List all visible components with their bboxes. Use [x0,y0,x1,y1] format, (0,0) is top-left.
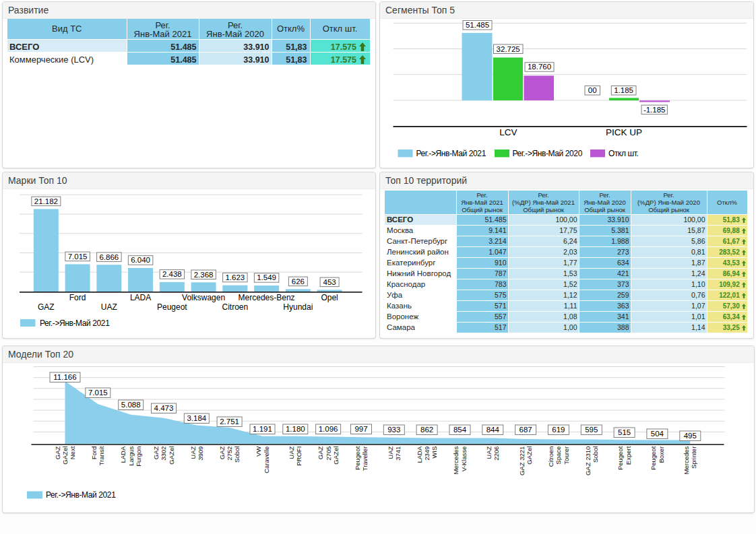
svg-text:Mercedes: Mercedes [683,446,690,474]
svg-text:18.760: 18.760 [528,63,551,71]
svg-text:UAZ: UAZ [101,302,117,312]
svg-text:PICK UP: PICK UP [606,127,642,137]
svg-text:GAZ: GAZ [38,302,55,312]
svg-text:Opel: Opel [321,293,338,302]
svg-text:WIS: WIS [431,446,438,459]
svg-text:Ford: Ford [90,446,98,460]
svg-text:Tourer: Tourer [563,446,570,465]
svg-text:GAZ: GAZ [218,446,226,460]
svg-text:Volkswagen: Volkswagen [182,293,225,302]
svg-text:Caravelle: Caravelle [263,446,270,473]
svg-text:Traveller: Traveller [361,446,369,471]
svg-text:LCV: LCV [499,127,517,137]
svg-text:504: 504 [651,430,664,438]
svg-text:GAZel: GAZel [526,446,533,465]
svg-text:32.725: 32.725 [497,45,520,53]
svg-text:GAZel: GAZel [168,446,175,465]
svg-text:3909: 3909 [197,446,204,461]
svg-text:UAZ: UAZ [189,446,197,459]
svg-text:626: 626 [292,277,305,286]
svg-text:Mercedes-Benz: Mercedes-Benz [239,293,295,302]
svg-text:1.180: 1.180 [286,425,305,433]
svg-text:Largus: Largus [127,446,135,465]
svg-text:Рег.->Янв-Май 2021: Рег.->Янв-Май 2021 [416,149,486,158]
svg-text:595: 595 [585,426,598,434]
svg-text:2206: 2206 [493,446,500,461]
svg-text:2705: 2705 [325,446,332,461]
svg-text:2.438: 2.438 [162,270,182,278]
svg-text:6.866: 6.866 [99,253,119,261]
svg-text:2752: 2752 [226,446,233,461]
svg-text:UAZ: UAZ [288,446,295,459]
svg-text:4.473: 4.473 [154,404,174,412]
svg-text:2.751: 2.751 [220,418,239,426]
svg-text:GAZ: GAZ [152,446,160,460]
svg-text:11.166: 11.166 [53,373,76,381]
svg-text:00: 00 [588,86,597,94]
svg-text:6.040: 6.040 [131,256,150,264]
svg-text:GAZel: GAZel [332,446,340,465]
svg-text:51.485: 51.485 [466,21,489,29]
svg-text:Mercedes: Mercedes [452,446,460,474]
svg-text:3741: 3741 [394,446,402,461]
svg-text:619: 619 [552,426,565,434]
svg-text:Ford: Ford [69,293,86,302]
svg-text:Citroen: Citroen [547,446,555,467]
svg-text:495: 495 [684,432,697,440]
svg-text:933: 933 [387,426,400,434]
svg-text:LADA: LADA [130,293,151,302]
svg-text:Hyundai: Hyundai [283,302,313,312]
svg-text:Sprinter: Sprinter [690,446,697,469]
svg-text:844: 844 [486,426,500,434]
svg-text:V-Klasse: V-Klasse [460,446,468,472]
svg-text:21.182: 21.182 [34,197,58,205]
svg-text:VW: VW [255,446,262,457]
svg-text:Откл шт.: Откл шт. [608,149,639,158]
svg-text:997: 997 [354,425,367,433]
svg-text:Citroen: Citroen [222,302,249,312]
svg-text:1.549: 1.549 [257,273,276,281]
svg-text:2349: 2349 [423,446,431,461]
svg-text:PROFI: PROFI [296,446,303,466]
svg-text:7.015: 7.015 [88,389,108,397]
svg-text:1.096: 1.096 [319,425,338,433]
svg-text:UAZ: UAZ [485,446,493,459]
svg-text:5.088: 5.088 [121,401,141,409]
svg-text:LADA: LADA [119,446,127,463]
svg-text:Рег.->Янв-Май 2021: Рег.->Янв-Май 2021 [40,319,110,328]
svg-text:Boxer: Boxer [658,446,665,463]
svg-text:515: 515 [618,428,631,436]
svg-text:2.368: 2.368 [194,271,214,279]
svg-text:1.623: 1.623 [225,273,245,281]
svg-text:Sobol: Sobol [592,446,599,463]
svg-text:-1.185: -1.185 [643,106,666,114]
svg-text:854: 854 [453,426,467,434]
svg-text:7.015: 7.015 [68,253,88,261]
svg-text:453: 453 [323,278,336,286]
svg-text:3.184: 3.184 [187,414,206,422]
svg-text:GAZ: GAZ [54,446,61,460]
svg-text:Next: Next [69,446,76,459]
svg-text:Transit: Transit [98,446,106,465]
svg-text:Peugeot: Peugeot [617,446,625,470]
svg-text:UAZ: UAZ [387,446,394,459]
svg-text:Peugeot: Peugeot [650,446,657,470]
svg-text:862: 862 [420,426,433,434]
svg-text:GAZel: GAZel [61,446,69,465]
svg-text:Рег.->Янв-Май 2021: Рег.->Янв-Май 2021 [46,490,116,500]
svg-text:Рег.->Янв-Май 2020: Рег.->Янв-Май 2020 [513,149,583,158]
svg-text:1.191: 1.191 [253,425,272,433]
svg-text:687: 687 [519,426,532,434]
svg-text:GAZ 3221: GAZ 3221 [518,446,526,475]
svg-text:Sobol: Sobol [233,446,241,463]
svg-text:GAZ 2310: GAZ 2310 [584,446,592,475]
svg-text:3302: 3302 [160,446,168,461]
svg-text:Peugeot: Peugeot [354,446,361,470]
svg-text:Expert: Expert [625,446,632,465]
svg-text:Peugeot: Peugeot [157,302,187,312]
svg-text:Space: Space [555,446,562,465]
svg-text:LADA: LADA [416,446,423,463]
svg-text:Furgon: Furgon [135,446,142,467]
svg-text:GAZ: GAZ [317,446,324,460]
svg-text:1.185: 1.185 [614,86,633,94]
